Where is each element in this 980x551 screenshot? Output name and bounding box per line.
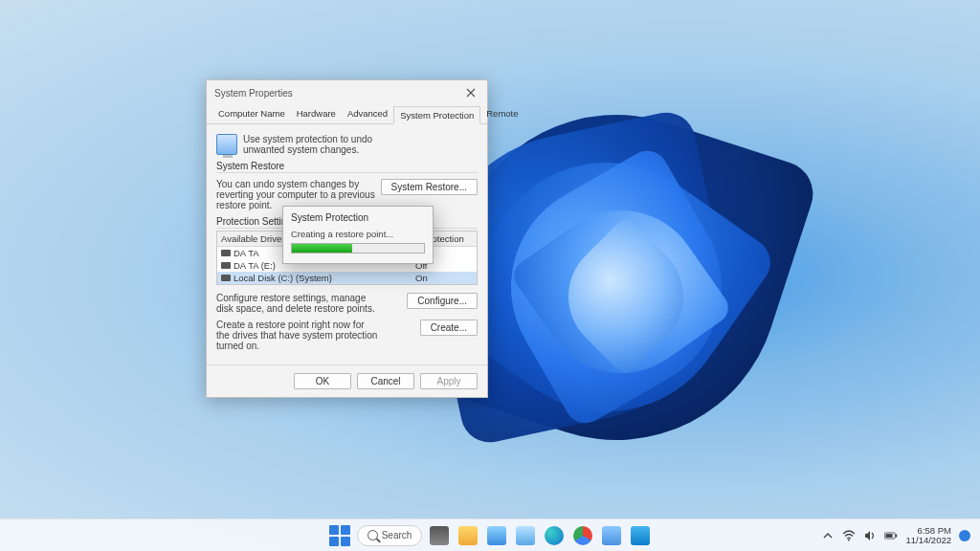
notification-icon[interactable] [959,530,970,541]
chrome-button[interactable] [571,524,594,547]
drive-status: On [415,273,473,283]
search-label: Search [382,530,412,540]
svg-rect-2 [896,534,898,537]
taskbar-search[interactable]: Search [357,525,423,546]
tab-system-protection[interactable]: System Protection [393,106,480,124]
chevron-up-icon[interactable] [821,529,835,542]
disk-icon [221,275,231,281]
svg-point-0 [848,539,850,540]
volume-icon[interactable] [863,529,877,542]
dialog-title: System Properties [214,88,293,99]
clock-time: 6:58 PM [918,526,951,536]
taskbar-clock[interactable]: 6:58 PM 11/14/2022 [905,526,951,545]
dialog-titlebar[interactable]: System Properties [207,80,487,105]
drive-name: DA TA (E:) [234,260,276,271]
system-restore-section-title: System Restore [216,161,478,173]
tab-hardware[interactable]: Hardware [291,105,342,123]
clock-date: 11/14/2022 [905,536,951,545]
disk-icon [221,250,231,256]
app-button[interactable] [629,524,652,547]
progress-message: Creating a restore point... [291,229,425,239]
apply-button[interactable]: Apply [420,373,478,389]
tab-advanced[interactable]: Advanced [342,105,393,123]
battery-icon[interactable] [884,529,898,542]
progress-dialog: System Protection Creating a restore poi… [282,206,434,264]
app-button[interactable] [485,524,508,547]
taskbar-center: Search [328,524,653,547]
drive-row[interactable]: Local Disk (C:) (System) On [217,272,477,284]
wifi-icon[interactable] [842,529,856,542]
drive-name: DA TA [234,248,259,258]
folder-icon [458,526,478,545]
taskbar: Search 6:58 PM 11/14/2022 [0,518,980,551]
chrome-icon [573,526,592,545]
start-button[interactable] [328,524,351,547]
tab-computer-name[interactable]: Computer Name [212,105,291,123]
create-button[interactable]: Create... [420,320,478,336]
file-explorer-button[interactable] [457,524,479,547]
progress-bar [291,243,425,253]
configure-button[interactable]: Configure... [407,293,478,309]
cancel-button[interactable]: Cancel [357,373,414,389]
task-view-button[interactable] [428,524,451,547]
ok-button[interactable]: OK [294,373,351,389]
create-description: Create a restore point right now for the… [216,320,379,351]
edge-icon [545,526,564,545]
configure-description: Configure restore settings, manage disk … [216,293,379,314]
search-icon [368,530,378,540]
app-icon [631,526,650,545]
app-icon [516,526,535,545]
app-button[interactable] [600,524,623,547]
system-restore-button[interactable]: System Restore... [381,179,478,195]
monitor-icon [216,134,237,155]
app-icon [602,526,621,545]
drive-name: Local Disk (C:) (System) [234,273,332,283]
intro-text: Use system protection to undo unwanted s… [243,134,406,155]
svg-rect-3 [886,534,893,538]
taskbar-right: 6:58 PM 11/14/2022 [821,526,970,545]
windows-icon [329,525,350,546]
close-icon[interactable] [462,84,479,101]
progress-fill [292,244,352,253]
dialog-button-row: OK Cancel Apply [207,364,487,397]
app-icon [487,526,506,545]
tab-remote[interactable]: Remote [480,105,523,123]
disk-icon [221,262,231,269]
edge-button[interactable] [543,524,566,547]
progress-title: System Protection [291,212,425,223]
dialog-tabs: Computer Name Hardware Advanced System P… [207,105,487,124]
task-view-icon [430,526,449,545]
app-button[interactable] [514,524,537,547]
